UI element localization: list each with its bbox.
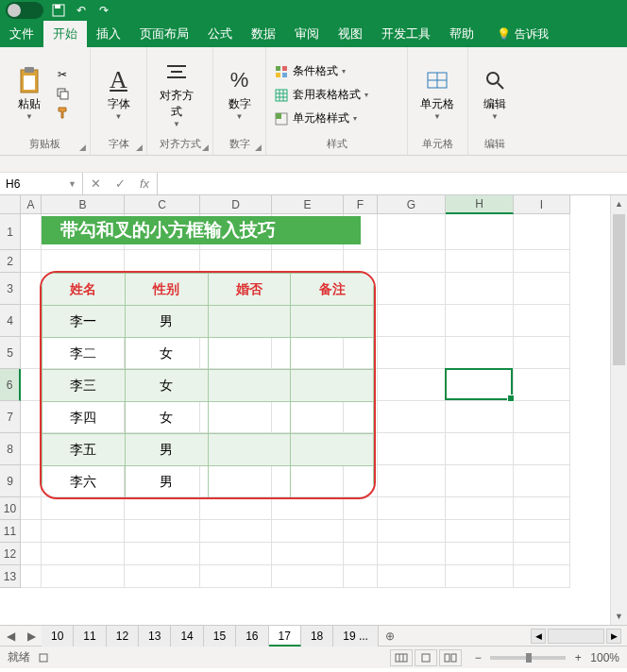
table-cell[interactable] [208,338,291,370]
tell-me[interactable]: 💡告诉我 [489,21,556,47]
cancel-formula-icon[interactable]: ✕ [83,176,108,191]
table-cell[interactable]: 女 [125,338,208,370]
table-cell[interactable]: 李二 [42,338,126,370]
cell[interactable] [446,305,514,337]
sheet-tab-11[interactable]: 11 [74,626,106,647]
cell[interactable] [21,401,42,433]
cell[interactable] [378,337,446,369]
cell[interactable] [514,433,570,465]
scroll-right-icon[interactable]: ▶ [606,629,621,644]
record-macro-icon[interactable] [38,652,49,664]
sheet-tab-10[interactable]: 10 [42,626,74,647]
cell[interactable] [42,520,125,543]
zoom-out-icon[interactable]: − [471,651,484,664]
sheet-tab-15[interactable]: 15 [204,626,236,647]
cell[interactable] [378,497,446,520]
alignment-button[interactable]: 对齐方式 ▼ [155,51,198,135]
cell[interactable] [21,273,42,305]
dialog-launcher-icon[interactable]: ◢ [133,142,144,153]
table-cell[interactable] [208,434,291,466]
cell[interactable] [42,565,125,588]
name-box[interactable]: H6▼ [0,173,83,194]
cell[interactable] [514,565,570,588]
cell[interactable] [378,520,446,543]
editing-button[interactable]: 编辑 ▼ [476,51,514,135]
cell[interactable] [378,543,446,565]
table-cell[interactable]: 女 [125,370,208,402]
row-header-3[interactable]: 3 [0,273,21,305]
zoom-in-icon[interactable]: + [571,651,585,664]
cell[interactable] [21,369,42,401]
cell[interactable] [125,565,200,588]
row-header-8[interactable]: 8 [0,433,21,465]
cell[interactable] [514,520,570,543]
format-painter-button[interactable] [55,105,70,120]
cell[interactable] [21,433,42,465]
row-header-13[interactable]: 13 [0,565,21,588]
cell[interactable] [446,337,514,369]
col-header-I[interactable]: I [514,195,570,214]
cell[interactable] [200,565,272,588]
cell[interactable] [200,250,272,273]
scroll-thumb[interactable] [613,214,625,365]
table-cell[interactable] [208,306,291,338]
cell[interactable] [21,214,42,250]
menu-数据[interactable]: 数据 [242,21,285,47]
menu-开发工具[interactable]: 开发工具 [372,21,440,47]
cell[interactable] [378,214,446,250]
cell[interactable] [446,433,514,465]
select-all-corner[interactable] [0,195,21,214]
cell[interactable] [378,250,446,273]
cell[interactable] [272,497,344,520]
cell[interactable] [21,565,42,588]
table-cell[interactable] [291,338,374,370]
cell[interactable] [344,250,378,273]
sheet-tab-16[interactable]: 16 [236,626,268,647]
page-break-view-icon[interactable] [439,649,462,666]
col-header-E[interactable]: E [272,195,344,214]
autosave-toggle[interactable] [6,2,43,19]
col-header-C[interactable]: C [125,195,200,214]
cell[interactable] [378,565,446,588]
cell[interactable] [378,273,446,305]
row-header-4[interactable]: 4 [0,305,21,337]
add-sheet-button[interactable]: ⊕ [379,630,401,643]
cell[interactable] [446,543,514,565]
zoom-slider[interactable] [490,656,566,660]
cell[interactable] [21,305,42,337]
table-cell[interactable] [208,466,291,498]
cell[interactable] [446,520,514,543]
cell[interactable] [272,250,344,273]
cell-styles-button[interactable]: 单元格样式 ▾ [274,110,368,126]
vertical-scrollbar[interactable]: ▲ ▼ [610,195,627,625]
sheet-tab-13[interactable]: 13 [139,626,171,647]
cell[interactable] [272,520,344,543]
sheet-tab-17[interactable]: 17 [269,626,301,647]
page-layout-view-icon[interactable] [415,649,437,666]
cell[interactable] [42,543,125,565]
undo-icon[interactable]: ↶ [74,3,89,18]
row-header-1[interactable]: 1 [0,214,21,250]
dialog-launcher-icon[interactable]: ◢ [199,142,211,153]
cell[interactable] [344,520,378,543]
cell[interactable] [514,337,570,369]
number-button[interactable]: % 数字 ▼ [221,51,258,135]
cell[interactable] [446,497,514,520]
cell[interactable] [378,465,446,497]
table-cell[interactable] [291,306,374,338]
table-cell[interactable]: 女 [125,402,208,434]
row-header-5[interactable]: 5 [0,337,21,369]
menu-帮助[interactable]: 帮助 [440,21,483,47]
menu-公式[interactable]: 公式 [198,21,242,47]
fx-icon[interactable]: fx [132,176,157,191]
table-cell[interactable] [291,466,374,498]
scroll-track[interactable] [548,629,604,644]
cell[interactable] [446,401,514,433]
table-cell[interactable] [291,370,374,402]
cell[interactable] [446,465,514,497]
col-header-A[interactable]: A [21,195,42,214]
table-cell[interactable] [208,402,291,434]
cell[interactable] [21,250,42,273]
chevron-down-icon[interactable]: ▼ [68,179,76,189]
col-header-F[interactable]: F [344,195,378,214]
